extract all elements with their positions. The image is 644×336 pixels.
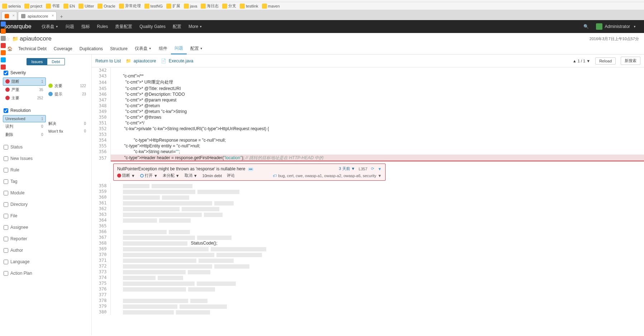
bookmark-item[interactable]: project [24,4,42,9]
resolution-item[interactable]: Won't fix0 [46,128,89,135]
return-to-list[interactable]: Return to List [95,58,121,63]
facet-collapsed[interactable]: Directory [3,200,89,208]
issue-plan[interactable]: 取消 ▼ [185,173,197,178]
severity-item[interactable]: 主要252 [3,94,46,102]
severity-item[interactable]: 提示23 [46,90,89,98]
bookmark-item[interactable]: Uitter [78,4,94,9]
tab-issues[interactable]: 问题 [171,43,187,55]
code-line: "c-cmt">* URI重定向处理 [110,79,644,86]
resolution-item[interactable]: 误判0 [3,122,46,131]
nav-dashboards[interactable]: 仪表盘▼ [38,20,62,33]
facet-collapsed[interactable]: New Issues [3,155,89,162]
facet-severity-checkbox[interactable] [4,71,8,75]
line-number: 344 [92,79,110,86]
bookmark-item[interactable]: 分支 [222,3,236,9]
line-number: 380 [92,309,110,315]
facet-resolution-header[interactable]: Resolution [3,107,89,114]
new-search-button[interactable]: 新搜索 [621,57,640,65]
issue-age[interactable]: 3 天前 ▼ [339,166,355,171]
close-icon[interactable]: × [13,13,15,18]
bookmark-item[interactable]: Oracle [97,4,115,9]
resolution-item[interactable]: Unresolved1 [3,115,46,122]
reload-button[interactable]: Reload [595,57,616,65]
facet-severity: Severity 阻断1严重35主要252 次要122提示23 [3,69,89,103]
browser-extension-strip [0,20,6,71]
tab-structure[interactable]: Structure [106,43,131,55]
tab-components[interactable]: 组件 [155,43,171,55]
bookmark-item[interactable]: EN [63,4,75,9]
severity-item[interactable]: 阻断1 [3,77,46,86]
nav-quality-gates[interactable]: Quality Gates [136,20,169,33]
issue-more-icon[interactable]: ••• [248,167,253,171]
browser-tab[interactable]: apiautocore× [18,11,57,20]
resolution-item[interactable]: 删除0 [3,131,46,139]
facet-collapsed[interactable]: Reporter [3,235,89,243]
file-icon: 📄 [161,58,166,63]
code-line: "c-type">HttpResponse response = "c-null… [110,137,644,143]
project-title: apiautocore [20,35,52,42]
nav-issues[interactable]: 问题 [62,20,78,33]
tags-icon: 🏷 [273,174,277,178]
facet-collapsed[interactable]: Language [3,258,89,266]
code-viewer[interactable]: 342343 "c-cmt">/**344 "c-cmt">* URI重定向处理… [92,67,644,335]
tab-duplications[interactable]: Duplications [76,43,106,55]
code-line: "c-kw">String newuri=""; [110,149,644,155]
line-number: 342 [92,67,110,73]
browser-tab[interactable]: × [1,11,17,20]
tab-dashboards[interactable]: 仪表盘▼ [131,43,155,55]
issue-filter-icon[interactable]: ▼ [378,167,382,171]
facet-collapsed[interactable]: Author [3,246,89,254]
facet-collapsed[interactable]: Tag [3,178,89,185]
nav-quality-profiles[interactable]: 质量配置 [111,20,136,33]
avatar [596,23,602,30]
line-number: 343 [92,73,110,79]
issue-comment[interactable]: 评论 [227,173,235,178]
nav-more[interactable]: More▼ [185,20,206,33]
facet-collapsed[interactable]: Rule [3,166,89,174]
code-line-blurred [110,217,644,223]
severity-item[interactable]: 次要122 [46,82,89,90]
bookmark-item[interactable]: 扩展 [166,3,180,9]
line-number: 350 [92,114,110,120]
new-tab-button[interactable]: + [57,13,66,20]
breadcrumb-file[interactable]: Execute.java [169,58,194,63]
bookmark-item[interactable]: testlink [240,4,258,9]
bookmark-item[interactable]: 书签 [46,3,60,9]
facet-collapsed[interactable]: File [3,212,89,220]
issue-tags[interactable]: 🏷 bug, cert, cwe, owasp-a1, owasp-a2, ow… [273,174,382,178]
bookmark-item[interactable]: testNG [144,4,163,9]
bookmark-item[interactable]: 异常处理 [119,3,141,9]
issue-perma-icon[interactable]: ⟳ [371,166,374,171]
line-number: 377 [92,292,110,298]
bookmark-item[interactable]: 海日志 [201,3,219,9]
nav-measures[interactable]: 指标 [78,20,94,33]
severity-item[interactable]: 严重35 [3,86,46,94]
bookmark-item[interactable]: selenia [2,4,21,9]
facet-collapsed[interactable]: Action Plan [3,269,89,277]
resolution-item[interactable]: 解决0 [46,119,89,128]
facet-collapsed[interactable]: Assignee [3,223,89,231]
issue-assign[interactable]: 未分配 ▼ [163,173,180,178]
facet-collapsed[interactable]: Module [3,189,89,197]
breadcrumb-project[interactable]: apiautocore [134,58,156,63]
issue-status[interactable]: 打开 ▼ [140,173,158,178]
close-icon[interactable]: × [52,13,54,18]
toggle-debt[interactable]: Debt [47,58,65,65]
toggle-issues[interactable]: Issues [27,58,47,65]
nav-rules[interactable]: Rules [94,20,112,33]
nav-settings[interactable]: 配置 [169,20,185,33]
tab-admin[interactable]: 配置▼ [187,43,206,55]
project-home-icon[interactable]: 🏠 [5,43,15,55]
line-number: 356 [92,149,110,155]
code-line-blurred [110,263,644,269]
tab-coverage[interactable]: Coverage [50,43,76,55]
bookmark-item[interactable]: java [184,4,197,9]
nav-search-icon[interactable]: 🔍 [580,20,592,33]
bookmark-item[interactable]: maven [262,4,280,9]
facet-resolution-checkbox[interactable] [4,108,8,113]
tab-technical-debt[interactable]: Technical Debt [15,43,50,55]
facet-collapsed[interactable]: Status [3,143,89,151]
issue-severity[interactable]: 阻断 ▼ [117,173,135,178]
facet-severity-header[interactable]: Severity [3,69,89,77]
nav-user-menu[interactable]: Administrator▼ [592,20,640,33]
